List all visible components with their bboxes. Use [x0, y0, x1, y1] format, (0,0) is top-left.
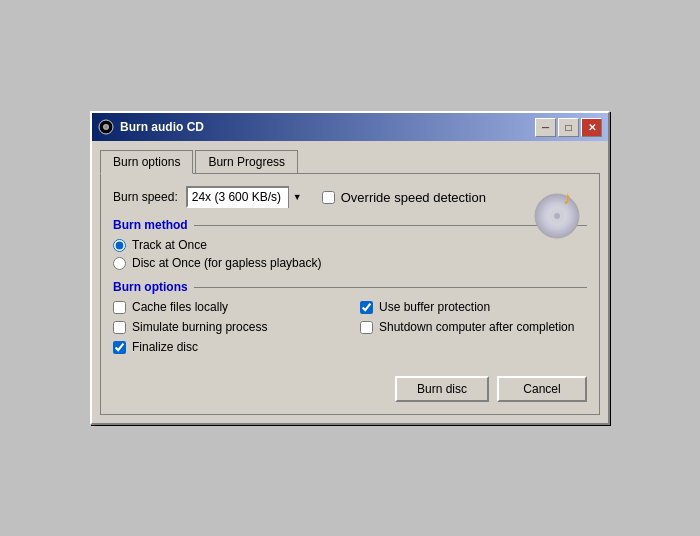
window-title: Burn audio CD	[120, 120, 204, 134]
burn-speed-label: Burn speed:	[113, 190, 178, 204]
maximize-button[interactable]: □	[558, 118, 579, 137]
burn-speed-select[interactable]: 24x (3 600 KB/s) 16x (2 400 KB/s) 8x (1 …	[186, 186, 306, 208]
tab-content: ♪ Burn speed: 24x (3 600 KB/s) 16x (2 40…	[100, 173, 600, 415]
svg-point-5	[554, 213, 560, 219]
radio-disc-at-once[interactable]: Disc at Once (for gapless playback)	[113, 256, 587, 270]
checkbox-cache-files[interactable]: Cache files locally	[113, 300, 340, 314]
window-body: Burn options Burn Progress	[92, 141, 608, 423]
title-icon	[98, 119, 114, 135]
section-divider	[194, 225, 587, 226]
burn-speed-row: Burn speed: 24x (3 600 KB/s) 16x (2 400 …	[113, 186, 587, 208]
title-bar-left: Burn audio CD	[98, 119, 204, 135]
override-speed-label: Override speed detection	[341, 190, 486, 205]
burn-disc-button[interactable]: Burn disc	[395, 376, 489, 402]
title-buttons: ─ □ ✕	[535, 118, 602, 137]
burn-speed-select-wrapper: 24x (3 600 KB/s) 16x (2 400 KB/s) 8x (1 …	[186, 186, 306, 208]
checkbox-finalize-disc[interactable]: Finalize disc	[113, 340, 340, 354]
tab-burn-progress[interactable]: Burn Progress	[195, 150, 298, 174]
minimize-button[interactable]: ─	[535, 118, 556, 137]
title-bar: Burn audio CD ─ □ ✕	[92, 113, 608, 141]
cd-music-icon: ♪	[531, 186, 585, 240]
cancel-button[interactable]: Cancel	[497, 376, 587, 402]
tab-bar: Burn options Burn Progress	[100, 149, 600, 173]
radio-track-at-once[interactable]: Track at Once	[113, 238, 587, 252]
tab-burn-options[interactable]: Burn options	[100, 150, 193, 174]
burn-method-header: Burn method	[113, 218, 587, 232]
burn-options-header: Burn options	[113, 280, 587, 294]
svg-text:♪: ♪	[563, 188, 572, 208]
section-divider-2	[194, 287, 587, 288]
checkbox-use-buffer[interactable]: Use buffer protection	[360, 300, 587, 314]
burn-options-grid: Cache files locally Use buffer protectio…	[113, 300, 587, 354]
checkbox-shutdown[interactable]: Shutdown computer after completion	[360, 320, 587, 334]
main-window: Burn audio CD ─ □ ✕ Burn options Burn Pr…	[90, 111, 610, 425]
svg-point-2	[105, 126, 108, 129]
override-speed-checkbox[interactable]	[322, 191, 335, 204]
close-button[interactable]: ✕	[581, 118, 602, 137]
button-row: Burn disc Cancel	[113, 368, 587, 402]
burn-method-radio-group: Track at Once Disc at Once (for gapless …	[113, 238, 587, 270]
checkbox-simulate[interactable]: Simulate burning process	[113, 320, 340, 334]
override-row: Override speed detection	[322, 190, 486, 205]
